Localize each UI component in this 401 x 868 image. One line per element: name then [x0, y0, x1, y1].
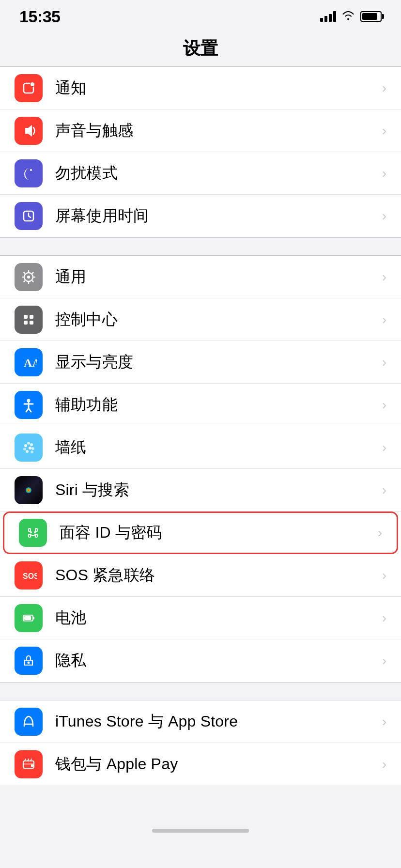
svg-rect-46 — [24, 616, 31, 620]
svg-rect-40 — [29, 534, 31, 537]
signal-icon — [320, 11, 336, 22]
svg-point-28 — [24, 444, 27, 447]
wifi-icon — [342, 10, 355, 23]
battery-icon — [360, 11, 382, 22]
section-gap-2 — [0, 682, 401, 700]
controlcenter-chevron: › — [382, 312, 386, 327]
home-indicator — [0, 815, 401, 839]
notifications-icon — [15, 74, 43, 102]
siri-label: Siri 与搜索 — [55, 480, 377, 501]
settings-item-siri[interactable]: Siri 与搜索 › — [0, 469, 401, 512]
svg-point-48 — [28, 662, 30, 664]
controlcenter-icon — [15, 306, 43, 334]
privacy-chevron: › — [382, 653, 386, 668]
accessibility-chevron: › — [382, 397, 386, 413]
siri-icon — [15, 476, 43, 504]
svg-point-30 — [30, 443, 33, 446]
svg-point-29 — [27, 442, 30, 445]
faceid-label: 面容 ID 与密码 — [60, 522, 373, 543]
accessibility-icon — [15, 391, 43, 419]
svg-line-15 — [32, 281, 33, 281]
wallet-icon — [15, 750, 43, 778]
privacy-label: 隐私 — [55, 650, 377, 671]
wallet-label: 钱包与 Apple Pay — [55, 754, 377, 775]
itunes-label: iTunes Store 与 App Store — [55, 711, 377, 732]
screentime-chevron: › — [382, 208, 386, 224]
wallpaper-label: 墙纸 — [55, 437, 377, 458]
settings-item-dnd[interactable]: 勿扰模式 › — [0, 152, 401, 195]
general-label: 通用 — [55, 266, 377, 288]
notifications-label: 通知 — [55, 78, 377, 99]
home-bar — [152, 829, 249, 833]
settings-item-sound[interactable]: 声音与触感 › — [0, 109, 401, 152]
battery-chevron: › — [382, 610, 386, 626]
settings-item-accessibility[interactable]: 辅助功能 › — [0, 384, 401, 426]
screentime-icon — [15, 202, 43, 230]
general-chevron: › — [382, 269, 386, 285]
display-label: 显示与亮度 — [55, 352, 377, 373]
svg-text:SOS: SOS — [23, 572, 37, 580]
sound-label: 声音与触感 — [55, 120, 377, 141]
controlcenter-label: 控制中心 — [55, 309, 377, 330]
svg-point-33 — [31, 447, 34, 450]
sos-icon: SOS — [15, 561, 43, 589]
settings-item-battery[interactable]: 电池 › — [0, 597, 401, 639]
status-icons — [320, 10, 382, 23]
status-time: 15:35 — [19, 7, 60, 26]
svg-marker-3 — [25, 125, 32, 137]
settings-section-2: 通用 › 控制中心 › AA 显示与亮度 › — [0, 255, 401, 682]
svg-point-9 — [27, 276, 30, 279]
sos-chevron: › — [382, 568, 386, 583]
itunes-chevron: › — [382, 714, 386, 729]
svg-line-16 — [32, 272, 33, 273]
screentime-label: 屏幕使用时间 — [55, 205, 377, 227]
settings-section-3: iTunes Store 与 App Store › 钱包与 Apple Pay… — [0, 700, 401, 786]
svg-text:AA: AA — [24, 356, 37, 369]
faceid-icon — [19, 519, 47, 547]
bottom-padding — [0, 786, 401, 815]
svg-rect-19 — [30, 315, 33, 319]
svg-line-27 — [29, 408, 31, 412]
settings-item-general[interactable]: 通用 › — [0, 256, 401, 298]
notifications-chevron: › — [382, 80, 386, 96]
settings-item-itunes[interactable]: iTunes Store 与 App Store › — [0, 700, 401, 743]
settings-item-screentime[interactable]: 屏幕使用时间 › — [0, 195, 401, 237]
svg-point-35 — [31, 450, 33, 453]
settings-item-display[interactable]: AA 显示与亮度 › — [0, 341, 401, 384]
svg-point-34 — [26, 450, 29, 453]
svg-point-42 — [30, 531, 32, 533]
svg-point-43 — [34, 531, 36, 533]
battery-settings-icon — [15, 604, 43, 632]
svg-point-32 — [29, 447, 31, 450]
svg-point-37 — [26, 487, 31, 493]
settings-item-wallet[interactable]: 钱包与 Apple Pay › — [0, 743, 401, 786]
svg-rect-39 — [35, 528, 37, 531]
faceid-chevron: › — [378, 525, 382, 541]
svg-line-14 — [24, 272, 24, 273]
itunes-icon — [15, 708, 43, 736]
settings-item-notifications[interactable]: 通知 › — [0, 67, 401, 109]
svg-point-23 — [27, 399, 31, 402]
settings-item-faceid[interactable]: 面容 ID 与密码 › — [3, 512, 398, 554]
dnd-icon — [15, 159, 43, 187]
siri-chevron: › — [382, 482, 386, 498]
page-title: 设置 — [0, 29, 401, 66]
settings-item-wallpaper[interactable]: 墙纸 › — [0, 426, 401, 469]
sound-chevron: › — [382, 123, 386, 139]
settings-item-sos[interactable]: SOS SOS 紧急联络 › — [0, 554, 401, 597]
display-chevron: › — [382, 355, 386, 370]
svg-rect-41 — [35, 534, 37, 537]
svg-rect-47 — [33, 617, 34, 619]
settings-item-controlcenter[interactable]: 控制中心 › — [0, 298, 401, 341]
dnd-chevron: › — [382, 166, 386, 181]
dnd-label: 勿扰模式 — [55, 163, 377, 184]
svg-rect-21 — [30, 321, 33, 325]
battery-label: 电池 — [55, 607, 377, 629]
display-icon: AA — [15, 348, 43, 376]
settings-item-privacy[interactable]: 隐私 › — [0, 639, 401, 682]
svg-point-2 — [31, 82, 34, 86]
svg-rect-38 — [29, 528, 31, 531]
settings-section-1: 通知 › 声音与触感 › 勿扰模式 › — [0, 66, 401, 238]
general-icon — [15, 263, 43, 291]
privacy-icon — [15, 647, 43, 675]
